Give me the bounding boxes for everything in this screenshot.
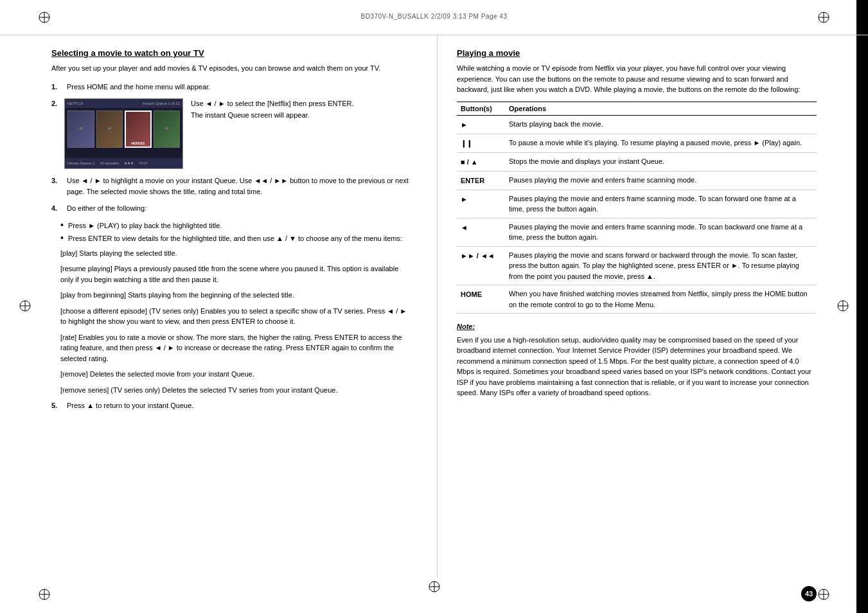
step-2-num: 2.	[51, 98, 64, 107]
step-5: 5. Press ▲ to return to your instant Que…	[51, 400, 411, 411]
step-5-num: 5.	[51, 400, 64, 411]
step-4-text: Do either of the following:	[67, 203, 146, 214]
step-2-container: 2. NETFLIX Instant Queue 1 of 31 🎬	[51, 98, 411, 169]
reg-mark-top-left	[39, 12, 50, 23]
table-cell-button: ►	[457, 115, 505, 134]
table-cell-op: When you have finished watching movies s…	[505, 285, 817, 314]
top-bar: BD370V-N_BUSALLK 2/2/09 3:13 PM Page 43	[0, 0, 868, 35]
table-header-button: Button(s)	[457, 102, 505, 115]
table-row: ENTER Pauses playing the movie and enter…	[457, 171, 817, 190]
right-section-intro: While watching a movie or TV episode fro…	[457, 63, 817, 95]
note-section: Note: Even if you use a high-resolution …	[457, 321, 817, 398]
table-cell-op: Pauses playing the movie and enters fram…	[505, 171, 817, 190]
sub-item-remove: [remove] Deletes the selected movie from…	[60, 369, 411, 380]
btn-forward: ►	[461, 195, 468, 203]
operations-table: Button(s) Operations ► Starts playing ba…	[457, 102, 817, 314]
note-label: Note:	[457, 321, 817, 332]
content-area: Selecting a movie to watch on your TV Af…	[51, 35, 817, 578]
btn-play: ►	[461, 121, 468, 129]
step-1: 1. Press HOME and the home menu will app…	[51, 82, 411, 93]
table-row: ►► / ◄◄ Pauses playing the movie and sca…	[457, 246, 817, 285]
right-section-heading: Playing a movie	[457, 48, 817, 58]
movie-thumb-label: HEROES	[126, 141, 150, 145]
header-text: BD370V-N_BUSALLK 2/2/09 3:13 PM Page 43	[361, 13, 508, 20]
tv-footer-heroes: Heroes Season 1	[67, 161, 95, 165]
step-1-text: Press HOME and the home menu will appear…	[67, 82, 210, 93]
step-4-num: 4.	[51, 203, 64, 214]
bullet-1: • Press ► (PLAY) to play back the highli…	[60, 220, 411, 231]
bullet-2: • Press ENTER to view details for the hi…	[60, 233, 411, 244]
tv-footer-rating: ★★★	[124, 161, 134, 165]
sub-item-rate: [rate] Enables you to rate a movie or sh…	[60, 332, 411, 364]
btn-pause: ❙❙	[461, 139, 472, 147]
sub-item-episode: [choose a different episode] (TV series …	[60, 306, 411, 327]
btn-stop: ■ / ▲	[461, 158, 478, 166]
table-cell-button: ❙❙	[457, 134, 505, 152]
step-5-text: Press ▲ to return to your instant Queue.	[67, 400, 193, 411]
sub-item-play: [play] Starts playing the selected title…	[60, 248, 411, 259]
bullet-2-text: Press ENTER to view details for the high…	[68, 233, 402, 244]
step-3-num: 3.	[51, 175, 64, 197]
bullet-1-text: Press ► (PLAY) to play back the highligh…	[68, 220, 222, 231]
table-cell-op: Pauses playing the movie and enters fram…	[505, 218, 817, 246]
sub-item-beginning: [play from beginning] Starts playing fro…	[60, 290, 411, 301]
table-cell-op: Pauses playing the movie and enters fram…	[505, 190, 817, 218]
reg-mark-bottom-right	[818, 589, 829, 601]
tv-screenshot: NETFLIX Instant Queue 1 of 31 🎬 🎬	[64, 98, 183, 169]
table-row: ◄ Pauses playing the movie and enters fr…	[457, 218, 817, 246]
reg-mark-top-right	[818, 12, 829, 23]
step-2-text-queue: The instant Queue screen will appear.	[191, 110, 353, 121]
sub-item-episode-text: [choose a different episode] (TV series …	[60, 307, 407, 326]
right-column: Playing a movie While watching a movie o…	[437, 35, 817, 578]
tv-header-bar: NETFLIX Instant Queue 1 of 31	[65, 99, 182, 108]
table-cell-button: ►► / ◄◄	[457, 246, 505, 285]
btn-backward: ◄	[461, 224, 468, 231]
right-border-strip	[856, 0, 868, 613]
btn-scan: ►► / ◄◄	[461, 252, 495, 260]
tv-inner: NETFLIX Instant Queue 1 of 31 🎬 🎬	[65, 99, 182, 168]
table-cell-button: HOME	[457, 285, 505, 314]
table-cell-op: Starts playing back the movie.	[505, 115, 817, 134]
table-cell-button: ■ / ▲	[457, 152, 505, 171]
tv-footer: Heroes Season 1 43 episodes ★★★ TV14	[65, 158, 182, 168]
reg-mark-bottom-left	[39, 589, 50, 601]
page-number: 43	[801, 586, 817, 601]
note-text: Even if you use a high-resolution setup,…	[457, 335, 817, 398]
movie-thumb-2: 🎬	[96, 111, 123, 148]
table-header-operations: Operations	[505, 102, 817, 115]
tv-footer-time: 43 episodes	[100, 161, 120, 165]
page-container: BD370V-N_BUSALLK 2/2/09 3:13 PM Page 43 …	[0, 0, 868, 613]
table-cell-op: To pause a movie while it's playing. To …	[505, 134, 817, 152]
step-2-content: NETFLIX Instant Queue 1 of 31 🎬 🎬	[64, 98, 353, 169]
step-1-num: 1.	[51, 82, 64, 93]
table-cell-op: Stops the movie and displays your instan…	[505, 152, 817, 171]
btn-home: HOME	[461, 290, 482, 298]
table-cell-button: ►	[457, 190, 505, 218]
left-section-intro: After you set up your player and add mov…	[51, 63, 411, 74]
tv-footer-pg: TV14	[139, 161, 147, 165]
bullet-2-dot: •	[60, 233, 68, 244]
table-row: HOME When you have finished watching mov…	[457, 285, 817, 314]
step-3: 3. Use ◄ / ► to highlight a movie on you…	[51, 175, 411, 197]
table-cell-op: Pauses playing the movie and scans forwa…	[505, 246, 817, 285]
tv-content: 🎬 🎬 HEROES 🎬	[65, 108, 182, 158]
step-2-text-use: Use ◄ / ► to select the [Netflix] then p…	[191, 98, 353, 110]
table-cell-button: ◄	[457, 218, 505, 246]
movie-thumb-1: 🎬	[67, 111, 94, 148]
left-column: Selecting a movie to watch on your TV Af…	[51, 35, 418, 578]
tv-header-netflix: NETFLIX	[67, 102, 84, 105]
table-row: ❙❙ To pause a movie while it's playing. …	[457, 134, 817, 152]
left-section-heading: Selecting a movie to watch on your TV	[51, 48, 411, 58]
sub-item-remove-series: [remove series] (TV series only) Deletes…	[60, 385, 411, 396]
sub-item-resume-text: [resume playing] Plays a previously paus…	[60, 265, 398, 283]
sub-item-resume: [resume playing] Plays a previously paus…	[60, 263, 411, 285]
step-4: 4. Do either of the following:	[51, 203, 411, 214]
crosshair-bottom	[429, 581, 440, 594]
table-row: ► Pauses playing the movie and enters fr…	[457, 190, 817, 218]
movie-thumb-selected: HEROES	[125, 111, 152, 148]
table-cell-button: ENTER	[457, 171, 505, 190]
movie-thumb-4: 🎬	[154, 111, 181, 148]
step-3-text: Use ◄ / ► to highlight a movie on your i…	[67, 175, 411, 197]
table-row: ► Starts playing back the movie.	[457, 115, 817, 134]
sub-item-remove-text: [remove] Deletes the selected movie from…	[60, 370, 254, 378]
